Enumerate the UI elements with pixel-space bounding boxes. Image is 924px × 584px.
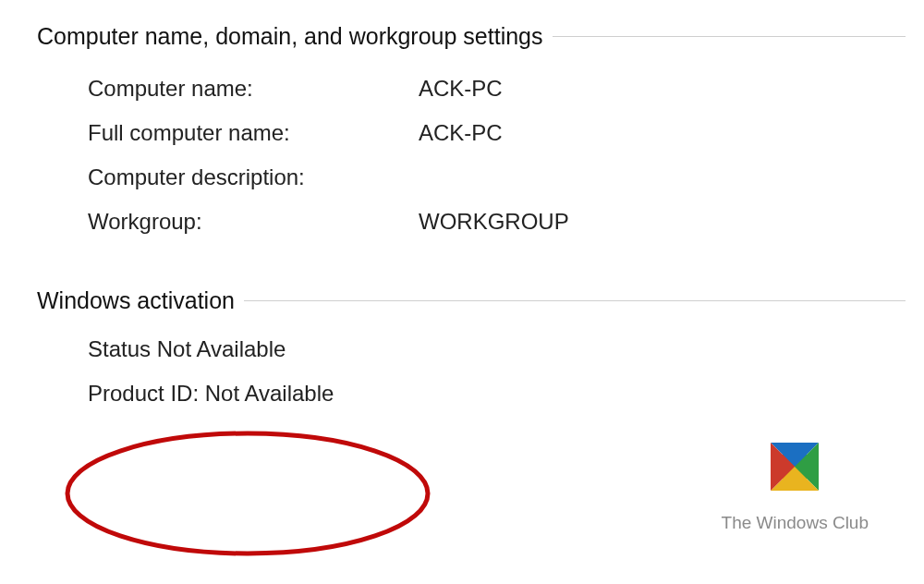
branding-block: The Windows Club — [722, 439, 869, 533]
section-title-activation: Windows activation — [37, 287, 235, 314]
section-header-computer: Computer name, domain, and workgroup set… — [37, 0, 906, 67]
section-title-computer: Computer name, domain, and workgroup set… — [37, 23, 543, 50]
annotation-ellipse — [63, 427, 432, 561]
value-full-computer-name: ACK-PC — [419, 120, 503, 146]
section-computer-settings: Computer name, domain, and workgroup set… — [0, 0, 924, 244]
section-windows-activation: Windows activation Status Not Available … — [0, 264, 924, 412]
label-workgroup: Workgroup: — [88, 209, 419, 235]
divider — [553, 36, 906, 37]
svg-point-0 — [67, 433, 428, 554]
activation-status-line: Status Not Available — [88, 331, 906, 368]
value-computer-name: ACK-PC — [419, 76, 503, 102]
row-workgroup: Workgroup: WORKGROUP — [88, 200, 906, 244]
row-full-computer-name: Full computer name: ACK-PC — [88, 111, 906, 155]
activation-product-id-line: Product ID: Not Available — [88, 368, 906, 412]
section-header-activation: Windows activation — [37, 264, 906, 331]
label-full-computer-name: Full computer name: — [88, 120, 419, 146]
branding-text: The Windows Club — [722, 513, 869, 533]
label-computer-name: Computer name: — [88, 76, 419, 102]
activation-rows: Status Not Available Product ID: Not Ava… — [37, 331, 906, 412]
windows-club-logo-icon — [767, 439, 822, 494]
computer-settings-rows: Computer name: ACK-PC Full computer name… — [37, 67, 906, 244]
label-computer-description: Computer description: — [88, 164, 419, 190]
row-computer-name: Computer name: ACK-PC — [88, 67, 906, 111]
value-workgroup: WORKGROUP — [419, 209, 569, 235]
row-computer-description: Computer description: — [88, 155, 906, 200]
divider — [244, 300, 906, 301]
